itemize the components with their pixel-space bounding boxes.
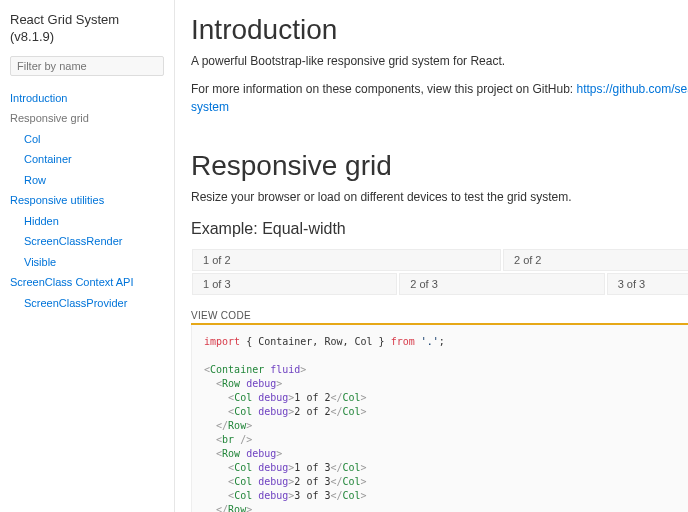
main-content: Introduction ⛶ A powerful Bootstrap-like… [175, 0, 688, 512]
grid-cell: 1 of 2 [192, 249, 501, 271]
filter-input[interactable] [10, 56, 164, 76]
sidebar: React Grid System (v8.1.9) IntroductionR… [0, 0, 175, 512]
sidebar-item[interactable]: Col [0, 129, 174, 150]
grid-cell: 2 of 2 [503, 249, 688, 271]
sidebar-item[interactable]: Row [0, 170, 174, 191]
grid-heading: Responsive grid [191, 150, 392, 182]
sidebar-item[interactable]: Visible [0, 252, 174, 273]
sidebar-item[interactable]: Hidden [0, 211, 174, 232]
view-code-bar[interactable]: VIEW CODE ⛶ [191, 310, 688, 325]
sidebar-item[interactable]: Introduction [0, 88, 174, 109]
code-block-1: import { Container, Row, Col } from '.';… [191, 325, 688, 512]
example1-grid: 1 of 22 of 21 of 32 of 33 of 3 [191, 248, 688, 296]
sidebar-nav: IntroductionResponsive gridColContainerR… [0, 82, 174, 320]
sidebar-item[interactable]: ScreenClassProvider [0, 293, 174, 314]
sidebar-item[interactable]: ScreenClass Context API [0, 272, 174, 293]
sidebar-title: React Grid System (v8.1.9) [0, 8, 174, 50]
grid-desc: Resize your browser or load on different… [191, 188, 688, 206]
view-code-label: VIEW CODE [191, 310, 251, 321]
sidebar-item[interactable]: Responsive grid [0, 108, 174, 129]
grid-cell: 1 of 3 [192, 273, 397, 295]
sidebar-item[interactable]: ScreenClassRender [0, 231, 174, 252]
example1-title: Example: Equal-width [191, 220, 688, 238]
intro-heading: Introduction [191, 14, 337, 46]
sidebar-item[interactable]: Responsive utilities [0, 190, 174, 211]
grid-cell: 2 of 3 [399, 273, 604, 295]
intro-p2: For more information on these components… [191, 80, 688, 116]
grid-cell: 3 of 3 [607, 273, 688, 295]
intro-p1: A powerful Bootstrap-like responsive gri… [191, 52, 688, 70]
sidebar-item[interactable]: Container [0, 149, 174, 170]
